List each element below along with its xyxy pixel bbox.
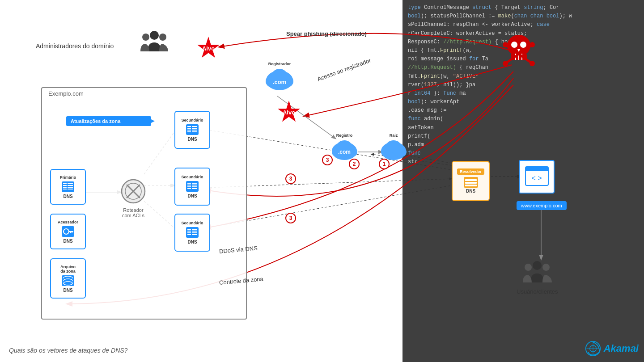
svg-rect-74 (192, 131, 197, 132)
svg-point-12 (142, 34, 149, 41)
secondary-dns-box-3: Secundário DNS (174, 214, 210, 252)
svg-rect-81 (192, 186, 197, 187)
secondary-dns-box-2: Secundário DNS (174, 168, 210, 206)
svg-rect-73 (187, 131, 191, 132)
svg-rect-89 (187, 232, 191, 233)
svg-rect-88 (192, 231, 197, 232)
svg-rect-87 (187, 231, 191, 232)
svg-rect-47 (68, 187, 73, 188)
primary-dns-box: Primário DNS (50, 169, 86, 205)
svg-point-24 (530, 61, 535, 66)
svg-rect-72 (192, 130, 197, 130)
svg-rect-86 (192, 229, 197, 230)
acessador-dns-box: Acessador DNS (50, 214, 86, 249)
svg-rect-69 (187, 128, 191, 129)
alvo-badge-registrador: Alvo (277, 101, 301, 124)
acesso-registrador-label: Acesso ao registrador (316, 57, 372, 82)
num-circle-3c: 3 (285, 213, 296, 223)
svg-rect-70 (192, 128, 197, 129)
arquivo-zona-dns-box: Arquivo da zona DNS (50, 258, 86, 299)
svg-rect-95 (465, 182, 477, 184)
bottom-question-label: Quais são os vetores de ataques de DNS? (9, 347, 127, 354)
svg-rect-68 (192, 126, 197, 127)
akamai-logo: Akamai (585, 341, 639, 357)
svg-rect-79 (192, 185, 197, 185)
svg-rect-71 (187, 130, 191, 130)
num-circle-1: 1 (379, 159, 390, 169)
svg-point-13 (159, 34, 166, 41)
svg-rect-44 (63, 185, 67, 186)
svg-rect-92 (192, 234, 197, 235)
svg-rect-48 (63, 189, 67, 189)
svg-point-11 (150, 31, 159, 40)
admins-label: Administradores do domínio (36, 42, 114, 50)
svg-point-40 (386, 140, 401, 153)
svg-rect-96 (465, 185, 477, 186)
browser-box: < > (519, 160, 555, 194)
registrador-cloud: Registrador .com (259, 62, 300, 92)
svg-rect-77 (192, 183, 197, 184)
zone-update-banner: Atualizações da zona (66, 116, 151, 126)
svg-point-26 (530, 42, 535, 47)
www-url-box: www.exemplo.com (517, 201, 567, 210)
resolvedor-dns-box: Resolvedor DNS (452, 161, 490, 201)
svg-rect-90 (192, 232, 197, 233)
svg-text:< >: < > (531, 174, 542, 182)
secondary-dns-box-1: Secundário DNS (174, 111, 210, 149)
svg-point-102 (542, 264, 550, 271)
svg-rect-85 (187, 229, 191, 230)
raiz-cloud: Raiz (376, 133, 411, 161)
svg-point-25 (503, 42, 508, 47)
svg-rect-98 (525, 167, 548, 171)
svg-rect-43 (68, 183, 73, 184)
num-circle-2: 2 (349, 159, 360, 169)
svg-rect-49 (68, 189, 73, 189)
admins-icon (139, 29, 170, 58)
svg-point-23 (503, 61, 508, 66)
svg-rect-80 (187, 186, 191, 187)
svg-rect-91 (187, 234, 191, 235)
svg-point-15 (511, 42, 517, 48)
exemplo-com-label: Exemplo.com (48, 90, 84, 97)
attacker-skull-icon (501, 31, 537, 69)
svg-point-16 (520, 42, 526, 48)
svg-rect-76 (187, 183, 191, 184)
svg-text:.com: .com (338, 149, 350, 155)
svg-text:.com: .com (273, 79, 286, 85)
spear-phishing-label: Spear phishing (direcionado) (286, 30, 367, 37)
svg-rect-83 (192, 188, 197, 189)
svg-point-100 (533, 261, 542, 270)
svg-rect-67 (187, 126, 191, 127)
svg-rect-45 (68, 185, 73, 186)
svg-rect-94 (465, 179, 477, 181)
svg-rect-42 (63, 183, 67, 184)
num-circle-3a: 3 (322, 155, 333, 165)
svg-rect-78 (187, 185, 191, 185)
users-icon: Usuário/clientes (517, 259, 558, 295)
svg-rect-82 (187, 188, 191, 189)
svg-point-101 (525, 264, 532, 271)
num-circle-3b: 3 (285, 173, 296, 184)
alvo-badge-admins: Alvo (197, 37, 220, 60)
router-acl-icon: Roteador com ACLs (120, 178, 147, 218)
svg-rect-46 (63, 187, 67, 188)
